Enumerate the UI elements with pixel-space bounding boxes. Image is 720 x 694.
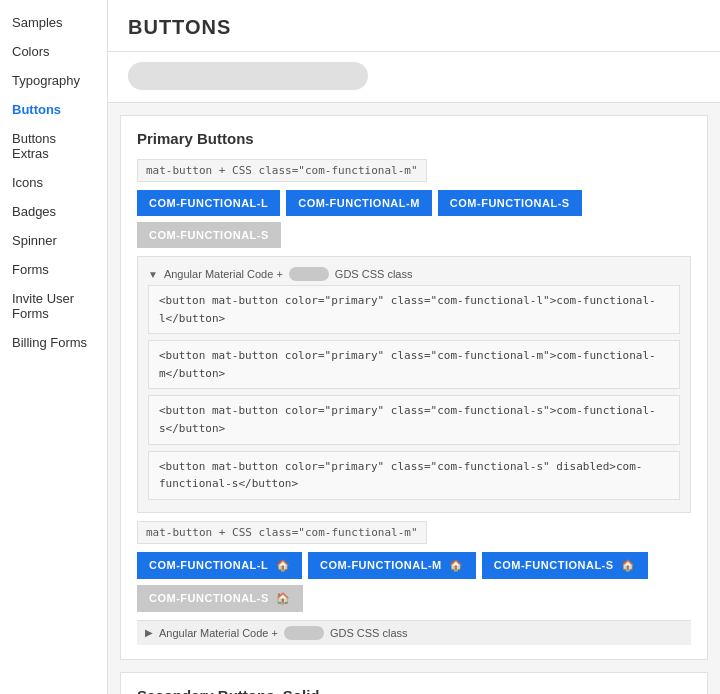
primary-code-block: ▼ Angular Material Code + GDS CSS class …: [137, 256, 691, 513]
primary-buttons-title: Primary Buttons: [137, 130, 691, 147]
code-chip-2: [284, 626, 324, 640]
primary-btn-row-1: COM-FUNCTIONAL-L COM-FUNCTIONAL-M COM-FU…: [137, 190, 691, 248]
home-icon-2: 🏠: [449, 559, 464, 572]
primary-btn-row-2: COM-FUNCTIONAL-L 🏠 COM-FUNCTIONAL-M 🏠 CO…: [137, 552, 691, 612]
sidebar-item-buttons[interactable]: Buttons: [0, 95, 107, 124]
angular-code-label-2: Angular Material Code +: [159, 627, 278, 639]
primary-code-label-2: mat-button + CSS class="com-functional-m…: [137, 521, 427, 544]
primary-icon-btn-s[interactable]: COM-FUNCTIONAL-S 🏠: [482, 552, 648, 579]
secondary-solid-section: Secondary Buttons, Solid mat-button + CS…: [120, 672, 708, 694]
sidebar-item-invite-user-forms[interactable]: Invite User Forms: [0, 284, 107, 328]
home-icon-1: 🏠: [276, 559, 291, 572]
code-line-4: <button mat-button color="primary" class…: [148, 451, 680, 500]
sidebar-item-icons[interactable]: Icons: [0, 168, 107, 197]
secondary-solid-title: Secondary Buttons, Solid: [137, 687, 691, 694]
primary-code-label-1: mat-button + CSS class="com-functional-m…: [137, 159, 427, 182]
primary-btn-m[interactable]: COM-FUNCTIONAL-M: [286, 190, 432, 216]
sidebar-item-samples[interactable]: Samples: [0, 8, 107, 37]
sidebar-item-colors[interactable]: Colors: [0, 37, 107, 66]
primary-icon-btn-m[interactable]: COM-FUNCTIONAL-M 🏠: [308, 552, 476, 579]
gds-label-1: GDS CSS class: [335, 268, 413, 280]
primary-btn-s-disabled: COM-FUNCTIONAL-S: [137, 222, 281, 248]
primary-btn-s[interactable]: COM-FUNCTIONAL-S: [438, 190, 582, 216]
page-title: BUTTONS: [108, 0, 720, 52]
primary-icon-btn-l[interactable]: COM-FUNCTIONAL-L 🏠: [137, 552, 302, 579]
sidebar-item-spinner[interactable]: Spinner: [0, 226, 107, 255]
sidebar-item-billing-forms[interactable]: Billing Forms: [0, 328, 107, 357]
primary-buttons-section: Primary Buttons mat-button + CSS class="…: [120, 115, 708, 660]
sidebar-item-badges[interactable]: Badges: [0, 197, 107, 226]
home-icon-4: 🏠: [276, 592, 291, 605]
main-content: BUTTONS Primary Buttons mat-button + CSS…: [108, 0, 720, 694]
code-chip-1: [289, 267, 329, 281]
angular-code-label-1: Angular Material Code +: [164, 268, 283, 280]
toggle-arrow-1[interactable]: ▼: [148, 269, 158, 280]
sidebar-item-forms[interactable]: Forms: [0, 255, 107, 284]
sidebar: Samples Colors Typography Buttons Button…: [0, 0, 108, 694]
search-bar[interactable]: [128, 62, 368, 90]
code-line-1: <button mat-button color="primary" class…: [148, 285, 680, 334]
code-line-2: <button mat-button color="primary" class…: [148, 340, 680, 389]
primary-icon-btn-s-disabled: COM-FUNCTIONAL-S 🏠: [137, 585, 303, 612]
search-bar-container: [108, 52, 720, 103]
sidebar-item-typography[interactable]: Typography: [0, 66, 107, 95]
primary-btn-l[interactable]: COM-FUNCTIONAL-L: [137, 190, 280, 216]
gds-label-2: GDS CSS class: [330, 627, 408, 639]
angular-code-toggle-2: ▶ Angular Material Code + GDS CSS class: [137, 620, 691, 645]
sidebar-item-buttons-extras[interactable]: Buttons Extras: [0, 124, 107, 168]
home-icon-3: 🏠: [621, 559, 636, 572]
toggle-arrow-2[interactable]: ▶: [145, 627, 153, 638]
code-line-3: <button mat-button color="primary" class…: [148, 395, 680, 444]
